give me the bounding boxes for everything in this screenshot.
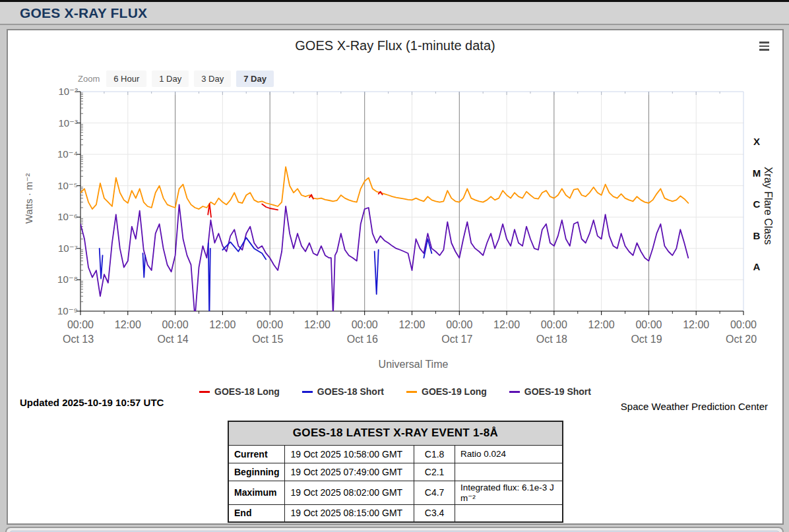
- x-tick-date-label: Oct 16: [347, 333, 402, 346]
- y-tick-label: 10⁻³: [41, 116, 78, 131]
- event-row-label: End: [228, 504, 285, 522]
- x-axis-title: Universal Time: [82, 359, 745, 370]
- header-bar: GOES X-RAY FLUX: [0, 2, 789, 25]
- y-tick-label: 10⁻²: [41, 84, 78, 99]
- chart-menu-button[interactable]: [757, 40, 771, 53]
- event-time: 19 Oct 2025 08:15:00 GMT: [285, 504, 414, 522]
- x-tick-time-label: 00:00: [154, 318, 197, 332]
- x-tick-time-label: 00:00: [59, 318, 102, 332]
- event-class: C2.1: [414, 463, 455, 481]
- zoom-button-1-day[interactable]: 1 Day: [152, 71, 189, 87]
- legend-swatch: [302, 391, 313, 393]
- y-tick-label: 10⁻⁶: [41, 210, 78, 224]
- y-tick-label: 10⁻⁹: [41, 304, 78, 318]
- series-goes-19-long: [80, 167, 688, 209]
- updated-timestamp: Updated 2025-10-19 10:57 UTC: [20, 397, 164, 408]
- x-tick-date-label: Oct 19: [631, 333, 686, 346]
- x-tick-time-label: 00:00: [533, 318, 575, 332]
- x-tick-time-label: 12:00: [675, 318, 717, 332]
- chart-panel: GOES X-Ray Flux (1-minute data) Zoom 6 H…: [7, 29, 784, 525]
- zoom-button-7-day[interactable]: 7 Day: [236, 71, 274, 87]
- x-tick-time-label: 12:00: [201, 318, 243, 332]
- y-tick-label: 10⁻⁴: [41, 147, 78, 162]
- x-tick-time-label: 00:00: [438, 318, 480, 332]
- event-extra: Integrated flux: 6.1e-3 J m⁻²: [455, 481, 563, 504]
- x-tick-time-label: 12:00: [296, 318, 338, 332]
- legend-item-goes19-short[interactable]: GOES-19 Short: [509, 386, 591, 397]
- event-extra: [455, 504, 563, 522]
- legend-item-goes18-long[interactable]: GOES-18 Long: [199, 386, 280, 397]
- series-goes-19-short: [80, 204, 688, 318]
- flare-class-label: A: [749, 260, 764, 274]
- legend-label: GOES-18 Short: [317, 386, 384, 397]
- legend-label: GOES-19 Short: [524, 386, 591, 397]
- event-time: 19 Oct 2025 07:49:00 GMT: [285, 463, 414, 481]
- event-row-label: Current: [228, 445, 285, 463]
- event-table: GOES-18 LATEST X-RAY EVENT 1-8Å Current1…: [228, 421, 563, 523]
- zoom-button-3-day[interactable]: 3 Day: [194, 71, 231, 87]
- legend-item-goes19-long[interactable]: GOES-19 Long: [406, 386, 487, 397]
- x-tick-time-label: 12:00: [107, 318, 149, 332]
- x-tick-time-label: 00:00: [249, 318, 291, 332]
- page: GOES X-RAY FLUX GOES X-Ray Flux (1-minut…: [0, 0, 789, 532]
- hamburger-icon: [759, 45, 769, 47]
- page-title: GOES X-RAY FLUX: [20, 5, 147, 21]
- x-tick-time-label: 00:00: [627, 318, 670, 332]
- table-row: Current19 Oct 2025 10:58:00 GMTC1.8Ratio…: [228, 445, 563, 463]
- x-tick-date-label: Oct 15: [252, 333, 307, 346]
- x-tick-date-label: Oct 13: [63, 333, 118, 346]
- x-tick-time-label: 00:00: [344, 318, 386, 332]
- zoom-label: Zoom: [78, 74, 100, 84]
- chart-title: GOES X-Ray Flux (1-minute data): [8, 38, 782, 53]
- event-class: C3.4: [414, 504, 455, 522]
- event-extra: [455, 463, 563, 481]
- hamburger-icon: [759, 42, 769, 44]
- event-extra: Ratio 0.024: [455, 445, 563, 463]
- event-table-title: GOES-18 LATEST X-RAY EVENT 1-8Å: [228, 421, 563, 445]
- y-axis-title: Watts · m⁻²: [23, 146, 36, 251]
- x-tick-date-label: Oct 14: [158, 333, 213, 346]
- event-class: C1.8: [414, 445, 455, 463]
- zoom-button-6-hour[interactable]: 6 Hour: [106, 71, 146, 87]
- y-tick-label: 10⁻⁵: [41, 179, 78, 193]
- x-tick-time-label: 00:00: [722, 318, 765, 332]
- legend-item-goes18-short[interactable]: GOES-18 Short: [302, 386, 384, 397]
- hamburger-icon: [759, 49, 769, 51]
- flare-class-label: B: [749, 229, 764, 243]
- event-table-body: Current19 Oct 2025 10:58:00 GMTC1.8Ratio…: [228, 445, 563, 522]
- y-tick-label: 10⁻⁸: [41, 272, 78, 287]
- flare-class-label: M: [749, 167, 764, 180]
- event-class: C4.7: [414, 481, 455, 504]
- x-tick-time-label: 12:00: [486, 318, 528, 332]
- flux-plot[interactable]: [74, 85, 773, 330]
- x-tick-date-label: Oct 18: [536, 333, 592, 346]
- legend-swatch: [199, 391, 210, 393]
- x-tick-date-label: Oct 20: [726, 333, 781, 346]
- x-tick-date-label: Oct 17: [441, 333, 497, 346]
- series-goes-18-short: [208, 243, 210, 321]
- x-tick-time-label: 12:00: [391, 318, 433, 332]
- legend-swatch: [406, 391, 417, 393]
- credit-text: Space Weather Prediction Center: [621, 401, 768, 412]
- flare-class-label: C: [749, 198, 764, 211]
- x-tick-time-label: 12:00: [581, 318, 623, 332]
- table-row: Beginning19 Oct 2025 07:49:00 GMTC2.1: [228, 463, 563, 481]
- series-goes-18-short: [100, 249, 103, 279]
- series-goes-18-short: [375, 250, 379, 294]
- event-row-label: Beginning: [228, 463, 285, 481]
- event-row-label: Maximum: [228, 481, 285, 504]
- y-tick-label: 10⁻⁷: [41, 241, 78, 256]
- table-row: End19 Oct 2025 08:15:00 GMTC3.4: [228, 504, 563, 522]
- flare-class-label: X: [749, 135, 764, 148]
- legend: GOES-18 Long GOES-18 Short GOES-19 Long …: [8, 386, 782, 397]
- legend-label: GOES-19 Long: [422, 386, 487, 397]
- legend-label: GOES-18 Long: [214, 386, 280, 397]
- legend-swatch: [509, 391, 520, 393]
- event-time: 19 Oct 2025 08:02:00 GMT: [285, 481, 414, 504]
- series-goes-18-short: [143, 253, 146, 278]
- table-row: Maximum19 Oct 2025 08:02:00 GMTC4.7Integ…: [228, 481, 563, 504]
- next-section-panel: [5, 527, 784, 532]
- event-time: 19 Oct 2025 10:58:00 GMT: [285, 445, 414, 463]
